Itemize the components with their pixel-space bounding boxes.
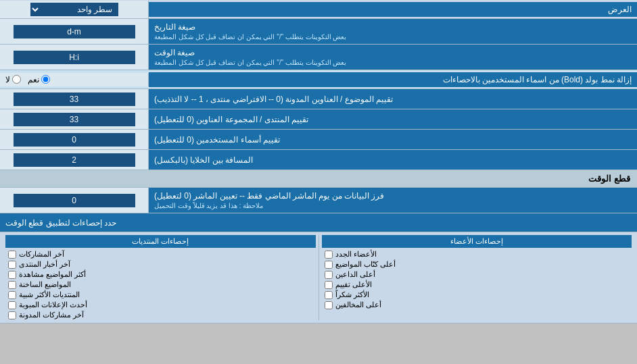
check-most-similar-cb[interactable] — [8, 291, 16, 299]
check-last-posts: آخر المشاركات — [5, 249, 316, 259]
cell-spacing-label: المسافة بين الخلايا (بالبكسل) — [149, 150, 637, 170]
check-latest-ads: أحدث الإعلانات المبوبة — [5, 300, 316, 310]
topic-order-row: تقييم الموضوع / العناوين المدونة (0 -- ا… — [0, 89, 637, 109]
display-select[interactable]: سطر واحد — [30, 3, 118, 16]
check-latest-ads-cb[interactable] — [8, 301, 16, 309]
check-blog-posts: آخر مشاركات المدونة — [5, 310, 316, 320]
check-most-viewed-cb[interactable] — [8, 271, 16, 279]
display-label: العرض — [149, 2, 637, 17]
user-order-label: تقييم أسماء المستخدمين (0 للتعطيل) — [149, 130, 637, 149]
time-format-input[interactable] — [14, 51, 135, 64]
topic-order-input-wrap — [0, 89, 149, 109]
checklist-col-members: إحصاءات الأعضاء الأعضاء الجدد أعلى كتّاب… — [322, 235, 632, 320]
forum-order-input-wrap — [0, 109, 149, 129]
user-order-row: تقييم أسماء المستخدمين (0 للتعطيل) — [0, 130, 637, 150]
stats-header-label: حدد إحصاءات لتطبيق قطع الوقت — [0, 213, 637, 232]
check-top-inviters-cb[interactable] — [325, 271, 333, 279]
forum-order-input[interactable] — [14, 113, 135, 126]
checklist-col-forums: إحصاءات المنتديات آخر المشاركات آخر أخبا… — [5, 235, 316, 320]
check-new-members: الأعضاء الجدد — [322, 249, 632, 259]
date-format-input-wrap — [0, 19, 149, 44]
checklist-columns: إحصاءات الأعضاء الأعضاء الجدد أعلى كتّاب… — [5, 235, 632, 320]
cell-spacing-input[interactable] — [14, 153, 135, 167]
bold-remove-label: إزالة نمط بولد (Bold) من اسماء المستخدمي… — [149, 72, 637, 87]
col2-header: إحصاءات الأعضاء — [322, 235, 632, 248]
filter-input-wrap — [0, 188, 149, 213]
time-format-label: صيغة الوقت بعض التكوينات يتطلب "/" التي … — [149, 45, 637, 70]
check-most-thanked-cb[interactable] — [325, 291, 333, 299]
checklist-section: إحصاءات الأعضاء الأعضاء الجدد أعلى كتّاب… — [0, 232, 637, 323]
divider — [318, 235, 319, 320]
check-top-rated-cb[interactable] — [325, 281, 333, 289]
bold-radio-no[interactable]: لا — [5, 75, 21, 84]
filter-row: فرز البيانات من يوم الماشر الماضي فقط --… — [0, 188, 637, 213]
check-forum-news-cb[interactable] — [8, 261, 16, 269]
check-top-writers-cb[interactable] — [325, 261, 333, 269]
topic-order-label: تقييم الموضوع / العناوين المدونة (0 -- ا… — [149, 89, 637, 109]
check-top-rated: الأعلى تقييم — [322, 280, 632, 290]
time-format-input-wrap — [0, 45, 149, 70]
display-row: العرض سطر واحد — [0, 0, 637, 19]
user-order-input[interactable] — [14, 133, 135, 147]
check-most-viewed: أكثر المواضيع مشاهدة — [5, 269, 316, 280]
check-hot-topics-cb[interactable] — [8, 281, 16, 289]
date-format-label: صيغة التاريخ بعض التكوينات يتطلب "/" الت… — [149, 19, 637, 44]
forum-order-row: تقييم المنتدى / المجموعة العناوين (0 للت… — [0, 109, 637, 130]
col1-header: إحصاءات المنتديات — [5, 235, 316, 248]
check-forum-news: آخر أخبار المنتدى — [5, 259, 316, 269]
topic-order-input[interactable] — [14, 93, 135, 106]
check-new-members-cb[interactable] — [325, 251, 333, 259]
check-most-thanked: الأكثر شكراً — [322, 290, 632, 300]
time-format-row: صيغة الوقت بعض التكوينات يتطلب "/" التي … — [0, 45, 637, 70]
cell-spacing-input-wrap — [0, 150, 149, 170]
bold-remove-row: إزالة نمط بولد (Bold) من اسماء المستخدمي… — [0, 70, 637, 89]
check-top-writers: أعلى كتّاب المواضيع — [322, 259, 632, 269]
filter-label: فرز البيانات من يوم الماشر الماضي فقط --… — [149, 188, 637, 213]
check-last-posts-cb[interactable] — [8, 251, 16, 259]
display-select-wrap: سطر واحد — [0, 1, 149, 18]
check-top-violators-cb[interactable] — [325, 301, 333, 309]
date-format-input[interactable] — [14, 25, 135, 38]
stats-header-row: حدد إحصاءات لتطبيق قطع الوقت — [0, 213, 637, 232]
bold-remove-wrap: نعم لا — [0, 73, 149, 86]
check-hot-topics: المواضيع الساخنة — [5, 280, 316, 290]
check-top-violators: أعلى المخالفين — [322, 300, 632, 310]
check-blog-posts-cb[interactable] — [8, 311, 16, 319]
date-format-row: صيغة التاريخ بعض التكوينات يتطلب "/" الت… — [0, 19, 637, 45]
filter-input[interactable] — [14, 194, 135, 207]
main-container: العرض سطر واحد صيغة التاريخ بعض التكوينا… — [0, 0, 637, 323]
check-most-similar: المنتديات الأكثر شبية — [5, 290, 316, 300]
forum-order-label: تقييم المنتدى / المجموعة العناوين (0 للت… — [149, 109, 637, 129]
check-top-inviters: أعلى الداعين — [322, 269, 632, 280]
bold-radio-yes[interactable]: نعم — [28, 75, 50, 84]
user-order-input-wrap — [0, 130, 149, 149]
cut-time-header: قطع الوقت — [0, 170, 637, 188]
cell-spacing-row: المسافة بين الخلايا (بالبكسل) — [0, 150, 637, 170]
